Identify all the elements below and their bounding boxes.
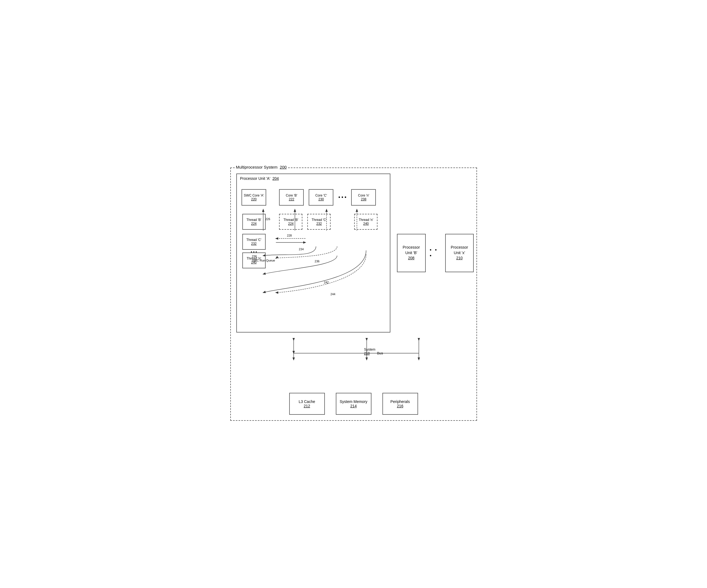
thread-b-dashed-num: 224 xyxy=(288,222,294,226)
swc-run-queue-label: SWC Run Queue xyxy=(252,259,275,262)
peripherals-box: Peripherals 216 xyxy=(382,393,418,415)
thread-b-solid-label: Thread 'B' xyxy=(246,218,261,222)
svg-text:Bus: Bus xyxy=(377,351,383,355)
processor-x-label: Processor Unit 'x' xyxy=(451,245,468,255)
outer-label: Multiprocessor System 200 xyxy=(235,165,288,169)
processor-a-box: Processor Unit 'A' 204 226 228 xyxy=(236,174,391,333)
processor-x-box: Processor Unit 'x' 210 xyxy=(445,234,474,272)
core-n-num: 238 xyxy=(361,197,366,201)
thread-c-dashed-label: Thread 'C' xyxy=(312,218,327,222)
thread-b-dashed-box: Thread 'B' 224 xyxy=(279,214,302,230)
thread-c-solid-label: Thread 'C' xyxy=(246,238,262,242)
peripherals-num: 216 xyxy=(397,404,403,408)
core-b-box: Core 'B' 222 xyxy=(279,189,304,206)
outer-num: 200 xyxy=(280,165,287,169)
core-c-num: 230 xyxy=(318,197,324,201)
thread-n-dashed-box: Thread 'n' 240 xyxy=(354,214,377,230)
system-memory-label: System Memory xyxy=(340,400,367,404)
cores-dots: • • • xyxy=(338,194,346,200)
bottom-section: System 218 Bus L3 Cache 212 xyxy=(236,338,471,415)
processor-a-label-text: Processor Unit 'A' xyxy=(240,176,270,181)
swc-core-a-label: SWC Core 'A' xyxy=(244,194,264,197)
core-c-box: Core 'C' 230 xyxy=(309,189,333,206)
thread-c-solid-box: Thread 'C' 232 xyxy=(242,234,266,250)
diagram: Multiprocessor System 200 Processor Unit… xyxy=(230,168,477,421)
peripherals-label: Peripherals xyxy=(391,400,410,404)
thread-b-dashed-label: Thread 'B' xyxy=(283,218,298,222)
thread-c-dashed-box: Thread 'C' 232 xyxy=(307,214,331,230)
core-b-num: 222 xyxy=(289,197,294,201)
thread-n-dashed-label: Thread 'n' xyxy=(359,218,373,222)
processor-b-num: 208 xyxy=(408,256,414,260)
system-memory-box: System Memory 214 xyxy=(336,393,371,415)
thread-n-dashed-num: 240 xyxy=(363,222,369,226)
core-c-label: Core 'C' xyxy=(315,194,327,197)
system-memory-num: 214 xyxy=(350,404,357,408)
svg-text:244: 244 xyxy=(330,292,335,296)
svg-text:242: 242 xyxy=(324,280,329,284)
swc-run-queue-num: 236 xyxy=(252,255,257,258)
thread-b-solid-box: Thread 'B' 224 xyxy=(242,214,266,230)
thread-b-solid-num: 224 xyxy=(251,222,257,226)
swc-core-a-num: 220 xyxy=(251,197,257,201)
processor-units-row: Processor Unit 'B' 208 • • • Processor U… xyxy=(397,234,474,272)
l3-cache-num: 212 xyxy=(304,404,310,408)
swc-core-a-box: SWC Core 'A' 220 xyxy=(241,189,266,206)
core-b-label: Core 'B' xyxy=(286,194,297,197)
processor-x-num: 210 xyxy=(456,256,463,260)
core-n-box: Core 'n' 238 xyxy=(351,189,376,206)
outer-label-text: Multiprocessor System xyxy=(236,165,278,169)
processor-b-box: Processor Unit 'B' 208 xyxy=(397,234,426,272)
svg-text:System: System xyxy=(364,347,375,351)
bottom-arrows-svg: System 218 Bus xyxy=(236,338,471,374)
outer-box: Multiprocessor System 200 Processor Unit… xyxy=(230,168,477,421)
proc-units-dots: • • • xyxy=(430,247,441,259)
thread-c-dashed-num: 232 xyxy=(316,222,322,226)
processor-a-label: Processor Unit 'A' 204 xyxy=(240,176,279,181)
svg-text:218: 218 xyxy=(364,351,370,355)
processor-b-label: Processor Unit 'B' xyxy=(403,245,420,255)
bottom-boxes-row: L3 Cache 212 System Memory 214 Periphera… xyxy=(236,393,471,415)
l3-cache-label: L3 Cache xyxy=(299,400,315,404)
core-n-label: Core 'n' xyxy=(358,194,369,197)
processor-a-num: 204 xyxy=(272,176,279,181)
right-section: Processor Unit 'B' 208 • • • Processor U… xyxy=(396,174,471,333)
l3-cache-box: L3 Cache 212 xyxy=(289,393,325,415)
thread-c-solid-num: 232 xyxy=(251,242,257,246)
